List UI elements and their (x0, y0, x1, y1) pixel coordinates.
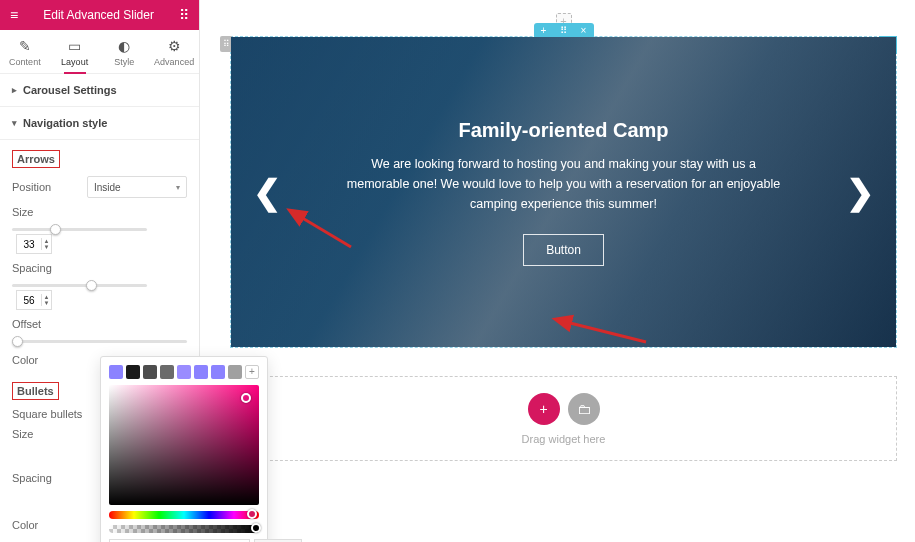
label-square-bullets: Square bullets (12, 408, 82, 420)
panel-title: Edit Advanced Slider (43, 8, 154, 22)
drop-zone-label: Drag widget here (522, 433, 606, 445)
label-bullets-color: Color (12, 519, 38, 531)
annotation-arrow (561, 317, 651, 351)
swatch[interactable] (228, 365, 242, 379)
slide-body: We are looking forward to hosting you an… (341, 154, 786, 214)
panel-header: ≡ Edit Advanced Slider ⠿ (0, 0, 199, 30)
color-picker: + CLEAR (100, 356, 268, 542)
slide-title: Family-oriented Camp (458, 119, 668, 142)
editor-panel: ≡ Edit Advanced Slider ⠿ ✎Content ▭Layou… (0, 0, 200, 542)
spacing-number[interactable]: 56▲▼ (16, 290, 52, 310)
label-bullets-spacing: Spacing (12, 472, 52, 484)
tab-advanced[interactable]: ⚙Advanced (149, 30, 199, 73)
hue-handle[interactable] (247, 509, 257, 519)
label-arrow-color: Color (12, 354, 38, 366)
swatch[interactable] (194, 365, 208, 379)
label-bullets-size: Size (12, 428, 33, 440)
layout-icon: ▭ (50, 38, 100, 54)
slide-button[interactable]: Button (523, 234, 604, 266)
tab-style[interactable]: ◐Style (100, 30, 150, 73)
swatch[interactable] (126, 365, 140, 379)
heading-arrows: Arrows (12, 150, 60, 168)
tab-layout[interactable]: ▭Layout (50, 30, 100, 73)
add-widget-button[interactable]: + (528, 393, 560, 425)
slider-section: + + ⠿ × ⠿ ✎ ❮ ❯ Family-oriented Camp We … (230, 36, 897, 348)
saturation-field[interactable] (109, 385, 259, 505)
section-carousel-settings[interactable]: ▸ Carousel Settings (0, 74, 199, 107)
swatch[interactable] (109, 365, 123, 379)
offset-slider[interactable] (12, 340, 187, 343)
panel-tabs: ✎Content ▭Layout ◐Style ⚙Advanced (0, 30, 199, 74)
spacing-slider[interactable] (12, 284, 147, 287)
heading-bullets: Bullets (12, 382, 59, 400)
chevron-down-icon: ▾ (176, 183, 180, 192)
preset-swatches: + (109, 365, 259, 379)
step-down-icon[interactable]: ▼ (42, 244, 51, 250)
svg-line-1 (566, 322, 646, 342)
section-navigation-style[interactable]: ▾ Navigation style (0, 107, 199, 140)
label-spacing: Spacing (12, 262, 52, 274)
swatch[interactable] (211, 365, 225, 379)
swatch[interactable] (160, 365, 174, 379)
panel-body: ▸ Carousel Settings ▾ Navigation style A… (0, 74, 199, 542)
annotation-arrow (291, 212, 361, 256)
swatch[interactable] (143, 365, 157, 379)
chevron-down-icon: ▾ (12, 118, 17, 128)
size-number[interactable]: 33▲▼ (16, 234, 52, 254)
label-offset: Offset (12, 318, 41, 330)
folder-button[interactable]: 🗀 (568, 393, 600, 425)
tab-content[interactable]: ✎Content (0, 30, 50, 73)
style-icon: ◐ (100, 38, 150, 54)
label-size: Size (12, 206, 33, 218)
alpha-slider[interactable] (109, 525, 259, 533)
next-arrow[interactable]: ❯ (846, 172, 874, 212)
saturation-handle[interactable] (241, 393, 251, 403)
svg-line-0 (299, 216, 351, 247)
step-down-icon[interactable]: ▼ (42, 300, 51, 306)
hue-slider[interactable] (109, 511, 259, 519)
field-position: Position Inside ▾ (12, 176, 187, 198)
size-slider[interactable] (12, 228, 147, 231)
slider-thumb[interactable] (12, 336, 23, 347)
add-swatch[interactable]: + (245, 365, 259, 379)
slide-preview: ❮ ❯ Family-oriented Camp We are looking … (231, 37, 896, 347)
menu-icon[interactable]: ≡ (10, 7, 18, 23)
position-select[interactable]: Inside ▾ (87, 176, 187, 198)
drop-zone[interactable]: + 🗀 Drag widget here (230, 376, 897, 461)
alpha-handle[interactable] (251, 523, 261, 533)
prev-arrow[interactable]: ❮ (253, 172, 281, 212)
apps-icon[interactable]: ⠿ (179, 7, 189, 23)
pencil-icon: ✎ (0, 38, 50, 54)
slider-thumb[interactable] (86, 280, 97, 291)
slider-thumb[interactable] (50, 224, 61, 235)
chevron-right-icon: ▸ (12, 85, 17, 95)
gear-icon: ⚙ (149, 38, 199, 54)
swatch[interactable] (177, 365, 191, 379)
preview-canvas: + + ⠿ × ⠿ ✎ ❮ ❯ Family-oriented Camp We … (200, 0, 915, 542)
